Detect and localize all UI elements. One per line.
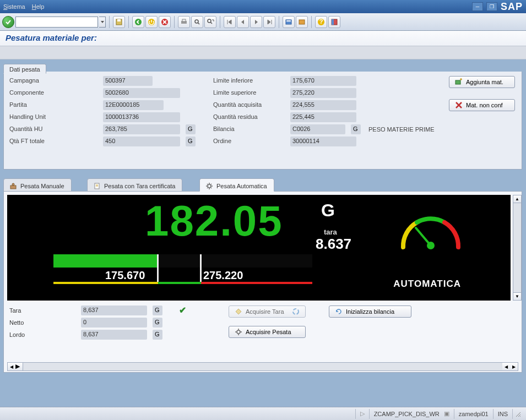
bil-value: C0026 bbox=[290, 124, 345, 134]
limsup-value: 275,220 bbox=[290, 88, 356, 98]
scroll-up-icon[interactable]: ▲ bbox=[513, 195, 521, 203]
zone-yellow bbox=[53, 282, 158, 284]
print-icon[interactable] bbox=[178, 16, 190, 28]
minimize-button[interactable]: ─ bbox=[472, 2, 483, 11]
limit-low-display: 175.670 bbox=[105, 269, 145, 282]
exit-icon[interactable] bbox=[145, 16, 158, 28]
liminf-value: 175,670 bbox=[290, 76, 356, 86]
status-tcode: ZCAMP_PICK_DIS_WR▣ bbox=[369, 409, 454, 419]
campagna-label: Campagna bbox=[9, 77, 64, 84]
tara-display-label: tara bbox=[324, 228, 337, 236]
help-icon[interactable]: ? bbox=[315, 16, 327, 28]
svg-rect-19 bbox=[10, 186, 16, 189]
tara-label: Tara bbox=[9, 307, 21, 314]
find-next-icon[interactable] bbox=[204, 16, 216, 28]
find-icon[interactable] bbox=[191, 16, 203, 28]
svg-rect-13 bbox=[299, 20, 305, 24]
main-canvas: Dati pesata Campagna 500397 Componente 5… bbox=[0, 59, 526, 407]
tab-hscroll[interactable]: ◀ ▶ ◀ ▶ bbox=[7, 362, 518, 371]
netto-value: 0 bbox=[81, 318, 147, 328]
hu-label: Handling Unit bbox=[9, 113, 64, 120]
acquisire-tara-button[interactable]: Acquisire Tara bbox=[229, 306, 306, 318]
lordo-unit: G bbox=[153, 330, 162, 340]
last-page-icon[interactable] bbox=[263, 16, 275, 28]
scroll-down-icon[interactable]: ▼ bbox=[513, 292, 521, 300]
svg-rect-6 bbox=[182, 19, 186, 21]
save-icon[interactable] bbox=[113, 16, 125, 28]
back-icon[interactable] bbox=[132, 16, 144, 28]
diamond-icon bbox=[235, 308, 242, 315]
hscroll-left2-icon[interactable]: ▶ bbox=[15, 363, 23, 370]
status-resize-icon[interactable] bbox=[512, 409, 523, 419]
cert-icon bbox=[93, 182, 101, 190]
mat-non-conf-button[interactable]: Mat. non conf bbox=[449, 99, 515, 111]
gear-icon bbox=[235, 328, 242, 336]
svg-line-10 bbox=[210, 22, 212, 24]
qacq-label: Quantità acquisita bbox=[213, 101, 285, 108]
svg-rect-17 bbox=[332, 19, 334, 25]
bil-label: Bilancia bbox=[213, 126, 285, 132]
hscroll-right-icon[interactable]: ◀ bbox=[502, 363, 510, 370]
new-session-icon[interactable] bbox=[283, 16, 295, 28]
refresh-icon bbox=[335, 308, 343, 315]
bil-unit: G bbox=[351, 124, 361, 134]
hscroll-left-icon[interactable]: ◀ bbox=[8, 363, 15, 370]
svg-point-25 bbox=[293, 309, 299, 314]
zone-red bbox=[201, 282, 312, 284]
qtahu-value: 263,785 bbox=[103, 124, 180, 134]
command-dropdown[interactable] bbox=[99, 17, 106, 28]
ord-label: Ordine bbox=[213, 138, 285, 144]
page-header: Pesatura materiale per: bbox=[0, 31, 526, 46]
tab-content-automatica: 182.05 G tara 8.637 175.670 275.220 bbox=[3, 191, 522, 373]
menu-help[interactable]: Help bbox=[32, 3, 45, 10]
weight-unit: G bbox=[321, 200, 335, 221]
prev-page-icon[interactable] bbox=[237, 16, 249, 28]
spinner-icon bbox=[292, 308, 300, 315]
svg-point-20 bbox=[12, 183, 14, 186]
status-nav[interactable]: ▷ bbox=[355, 409, 369, 419]
componente-label: Componente bbox=[9, 89, 64, 96]
svg-rect-18 bbox=[455, 80, 460, 84]
acquisire-pesata-button[interactable]: Acquisire Pesata bbox=[229, 326, 306, 338]
svg-point-26 bbox=[237, 330, 240, 334]
aggiunta-mat-button[interactable]: Aggiunta mat. bbox=[449, 76, 515, 88]
svg-text:?: ? bbox=[319, 18, 323, 25]
hscroll-track[interactable] bbox=[23, 363, 502, 370]
tab-pesata-automatica[interactable]: Pesata Automatica bbox=[199, 178, 274, 192]
enter-button[interactable] bbox=[2, 16, 14, 28]
svg-rect-1 bbox=[117, 19, 121, 21]
tab-pesata-cert[interactable]: Pesata con Tara certificata bbox=[87, 178, 182, 192]
tara-display-value: 8.637 bbox=[316, 236, 351, 253]
restore-button[interactable]: ❐ bbox=[486, 2, 497, 11]
status-mode: INS bbox=[493, 409, 512, 419]
qtaft-unit: G bbox=[186, 137, 196, 146]
ord-value: 30000114 bbox=[290, 137, 356, 146]
weighing-tabs: Pesata Manuale Pesata con Tara certifica… bbox=[3, 178, 522, 192]
display-scrollbar[interactable]: ▲ ▼ bbox=[513, 195, 522, 301]
x-icon bbox=[455, 101, 463, 109]
hu-value: 1000013736 bbox=[103, 112, 180, 122]
hscroll-right2-icon[interactable]: ▶ bbox=[510, 363, 518, 370]
gauge bbox=[395, 206, 467, 255]
tab-pesata-manuale[interactable]: Pesata Manuale bbox=[3, 178, 72, 192]
first-page-icon[interactable] bbox=[224, 16, 236, 28]
weighing-display: 182.05 G tara 8.637 175.670 275.220 bbox=[7, 195, 511, 301]
qres-value: 225,445 bbox=[290, 112, 356, 122]
page-title: Pesatura materiale per: bbox=[6, 33, 97, 42]
partita-value: 12E0000185 bbox=[103, 100, 164, 110]
shortcut-icon[interactable] bbox=[296, 16, 308, 28]
qacq-value: 224,555 bbox=[290, 100, 356, 110]
layout-icon[interactable] bbox=[328, 16, 340, 28]
next-page-icon[interactable] bbox=[250, 16, 262, 28]
limsup-label: Limite superiore bbox=[213, 89, 285, 96]
menu-sistema[interactable]: SSistemaistema bbox=[3, 3, 25, 10]
tara-value: 8,637 bbox=[81, 306, 147, 315]
cancel-icon[interactable] bbox=[159, 16, 171, 28]
app-toolbar: ? bbox=[0, 13, 526, 31]
mode-label: AUTOMATICA bbox=[393, 279, 461, 290]
app-toolbar-2 bbox=[0, 46, 526, 59]
qres-label: Quantità residua bbox=[213, 113, 285, 120]
inizializza-bilancia-button[interactable]: Inizializza bilancia bbox=[329, 306, 411, 318]
command-field[interactable] bbox=[15, 17, 98, 28]
tick-high bbox=[200, 254, 202, 282]
